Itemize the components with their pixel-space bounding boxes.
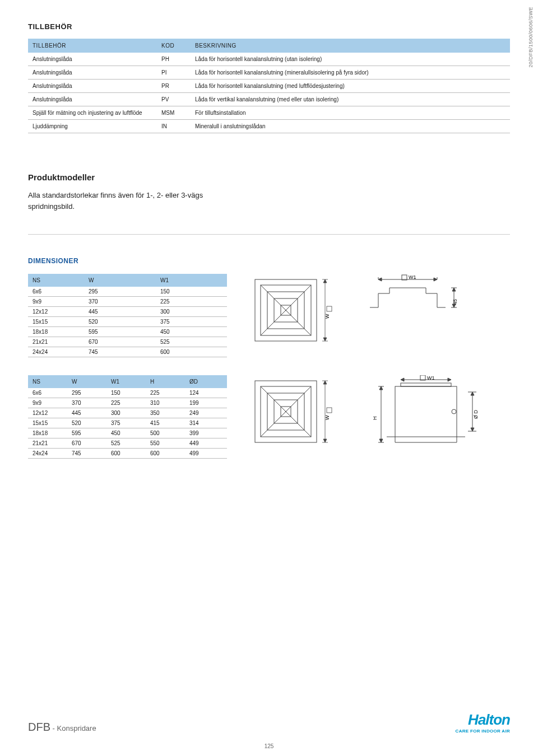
table-cell: 370 (84, 297, 156, 307)
produktmodeller-text-1: Alla standardstorlekar finns även för 1-… (28, 190, 510, 201)
svg-rect-41 (395, 386, 457, 437)
diagram-front-view-2: W (244, 375, 333, 454)
table-cell: 300 (156, 307, 227, 317)
label-w1: W1 (409, 274, 416, 280)
table-row: 18x18595450500399 (28, 428, 227, 438)
table-cell: PV (157, 93, 191, 106)
th-ns: NS (28, 274, 84, 287)
table-row: Spjäll för mätning och injustering av lu… (28, 106, 510, 120)
table-cell: 415 (146, 418, 185, 428)
table-cell: 15x15 (28, 317, 84, 327)
table-cell: 225 (106, 398, 146, 408)
table-cell: 150 (156, 287, 227, 297)
th-w: W (84, 274, 156, 287)
table-cell: 350 (146, 408, 185, 418)
th-w1-b: W1 (106, 375, 146, 388)
page-number: 125 (0, 743, 538, 749)
svg-rect-36 (327, 408, 332, 413)
table-cell: Låda för horisontell kanalanslutning (mi… (191, 66, 510, 80)
table-cell: 15x15 (28, 418, 67, 428)
table-cell: MSM (157, 106, 191, 120)
table-cell: 12x12 (28, 408, 67, 418)
halton-logo: Halton CARE FOR INDOOR AIR (456, 711, 510, 734)
table-cell: 450 (156, 327, 227, 337)
table-cell: 600 (156, 347, 227, 357)
table-row: 6x6295150 (28, 287, 227, 297)
side-doc-code: 20/DFB/1500/0606/SWE (528, 7, 534, 68)
table-row: 6x6295150225124 (28, 388, 227, 398)
diagram-front-view-1: W (244, 274, 333, 352)
dimensions-table-b: NS W W1 H ØD 6x62951502251249x9370225310… (28, 375, 227, 459)
table-cell: 449 (185, 438, 227, 449)
table-cell: 199 (185, 398, 227, 408)
th-w-b: W (67, 375, 106, 388)
logo-name: Halton (456, 711, 510, 729)
table-cell: 375 (106, 418, 146, 428)
section-tillbehor-title: TILLBEHÖR (28, 22, 510, 31)
table-cell: 370 (67, 398, 106, 408)
table-cell: IN (157, 120, 191, 133)
table-cell: 9x9 (28, 398, 67, 408)
svg-marker-39 (448, 378, 451, 381)
produktmodeller-title: Produktmodeller (28, 172, 510, 182)
dimensions-table-a: NS W W1 6x62951509x937022512x1244530015x… (28, 274, 227, 357)
label-45: 45 (452, 299, 458, 305)
svg-rect-12 (327, 306, 332, 311)
table-cell: 21x21 (28, 438, 67, 449)
table-cell: 225 (156, 297, 227, 307)
table-row: AnslutningslådaPRLåda för horisontell ka… (28, 80, 510, 93)
svg-marker-22 (452, 288, 456, 291)
table-cell: 12x12 (28, 307, 84, 317)
table-cell: 745 (84, 347, 156, 357)
table-row: AnslutningslådaPHLåda för horisontell ka… (28, 53, 510, 66)
table-cell: 225 (146, 388, 185, 398)
table-cell: 670 (84, 337, 156, 347)
table-row: 24x24745600600499 (28, 449, 227, 459)
diagram-side-view-1: W1 45 (367, 274, 468, 341)
svg-marker-35 (323, 439, 327, 442)
table-cell: 520 (67, 418, 106, 428)
table-cell: PH (157, 53, 191, 66)
table-row: 21x21670525 (28, 337, 227, 347)
label-w-2: W (324, 415, 330, 420)
th-ns-b: NS (28, 375, 67, 388)
table-row: 24x24745600 (28, 347, 227, 357)
table-row: 15x15520375 (28, 317, 227, 327)
diagram-plenum-side-view: W1 H Ø D (367, 375, 490, 459)
table-row: 9x9370225310199 (28, 398, 227, 408)
table-cell: Anslutningslåda (28, 80, 157, 93)
table-cell: 124 (185, 388, 227, 398)
table-row: 9x9370225 (28, 297, 227, 307)
label-h: H (372, 417, 378, 421)
table-row: AnslutningslådaPILåda för horisontell ka… (28, 66, 510, 80)
table-cell: 550 (146, 438, 185, 449)
table-cell: 445 (67, 408, 106, 418)
logo-tagline: CARE FOR INDOOR AIR (456, 729, 510, 734)
table-cell: För tilluftsinstallation (191, 106, 510, 120)
label-w1-2: W1 (427, 375, 435, 381)
table-cell: 24x24 (28, 347, 84, 357)
svg-point-48 (452, 409, 456, 414)
table-cell: 499 (185, 449, 227, 459)
footer-product-name: DFB - Konspridare (28, 721, 96, 734)
table-cell: Låda för horisontell kanalanslutning (ut… (191, 53, 510, 66)
table-cell: 670 (67, 438, 106, 449)
table-cell: PI (157, 66, 191, 80)
th-beskrivning: BESKRIVNING (191, 39, 510, 53)
table-cell: 249 (185, 408, 227, 418)
table-cell: 314 (185, 418, 227, 428)
svg-marker-47 (379, 439, 383, 442)
divider (28, 234, 510, 235)
table-cell: Låda för vertikal kanalanslutning (med e… (191, 93, 510, 106)
table-cell: PR (157, 80, 191, 93)
label-od: Ø D (473, 409, 479, 419)
table-cell: 525 (156, 337, 227, 347)
svg-marker-34 (323, 381, 327, 384)
footer-code: DFB (28, 721, 50, 733)
table-cell: 6x6 (28, 287, 84, 297)
svg-marker-52 (471, 392, 474, 395)
table-row: 15x15520375415314 (28, 418, 227, 428)
table-cell: 18x18 (28, 428, 67, 438)
table-cell: 595 (84, 327, 156, 337)
svg-marker-17 (434, 278, 437, 281)
